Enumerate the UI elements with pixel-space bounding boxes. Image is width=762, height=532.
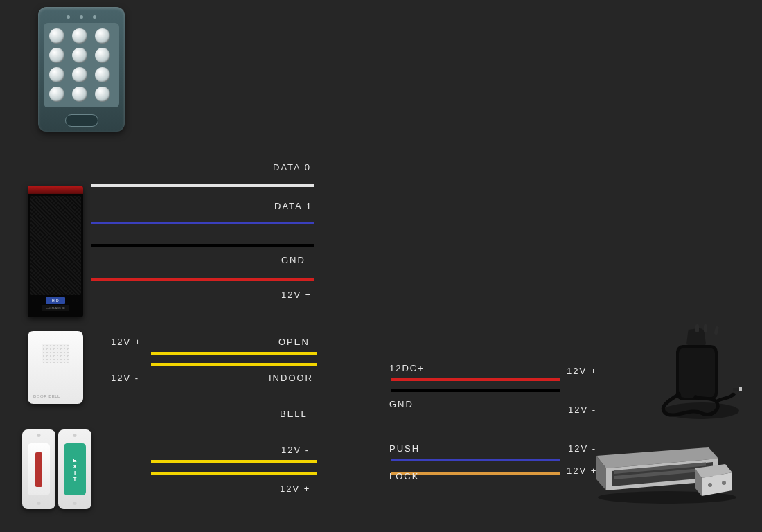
svg-point-18: [708, 483, 712, 487]
wire-gnd: [91, 244, 314, 247]
exit-button-green-label: EXIT: [64, 443, 86, 495]
wire-exit-minus: [151, 460, 317, 463]
label-bell-right-top: OPEN: [278, 337, 310, 347]
doorbell-label: DOOR BELL: [33, 394, 60, 398]
label-gnd: GND: [281, 255, 305, 265]
wire-bell-open: [151, 352, 317, 355]
label-data0: DATA 0: [273, 162, 311, 172]
wire-bell-indoor: [151, 363, 317, 366]
magnetic-lock: [591, 443, 747, 506]
label-12v: 12V +: [281, 290, 312, 300]
wire-exit-plus: [151, 472, 317, 475]
label-bell-right-bottom: INDOOR: [269, 373, 313, 383]
label-psu-right-top: 12V +: [567, 366, 597, 376]
svg-rect-5: [679, 348, 715, 398]
keypad-enter-button: [65, 114, 98, 127]
reader-model-label: multiCLASS SE: [42, 305, 69, 311]
svg-rect-6: [733, 388, 740, 391]
doorbell-device: DOOR BELL: [28, 331, 83, 404]
keypad-buttons: [44, 23, 119, 107]
label-lock-left-top: PUSH: [389, 443, 420, 454]
keypad-status-leds: [44, 15, 119, 19]
label-bell: BELL: [280, 409, 308, 419]
exit-button-red: [22, 429, 55, 509]
doorbell-speaker-grill: [42, 344, 69, 363]
wire-data1: [91, 222, 314, 224]
exit-button-green: EXIT: [58, 429, 91, 509]
wire-psu-red: [391, 378, 560, 381]
label-bell-left-top: 12V +: [111, 337, 141, 347]
svg-rect-2: [704, 324, 707, 332]
power-supply: [653, 324, 743, 421]
label-exit-top: 12V -: [281, 445, 310, 455]
label-psu-right-bottom: 12V -: [568, 405, 596, 415]
label-psu-left-top: 12DC+: [389, 363, 425, 373]
label-lock-right-bottom: 12V +: [567, 466, 597, 476]
wire-psu-black: [391, 389, 560, 392]
label-exit-bottom: 12V +: [280, 484, 310, 494]
keypad-controller: [38, 7, 125, 132]
svg-rect-1: [695, 324, 699, 332]
exit-button-pair: EXIT: [22, 429, 91, 509]
reader-led-bar: [28, 186, 83, 194]
svg-rect-3: [714, 326, 719, 335]
reader-face: [30, 196, 81, 295]
label-psu-left-bottom: GND: [389, 399, 414, 409]
label-data1: DATA 1: [274, 201, 312, 211]
label-bell-left-bottom: 12V -: [111, 373, 139, 383]
label-lock-right-top: 12V -: [568, 443, 596, 454]
wire-12v: [91, 278, 314, 281]
label-lock-left-bottom: LOCK: [389, 471, 419, 481]
svg-rect-7: [739, 387, 742, 391]
svg-point-19: [722, 481, 726, 485]
card-reader: HID multiCLASS SE: [28, 186, 83, 317]
reader-brand-label: HID: [46, 297, 65, 304]
wire-data0: [91, 184, 314, 187]
wire-lock-blue: [391, 459, 560, 461]
